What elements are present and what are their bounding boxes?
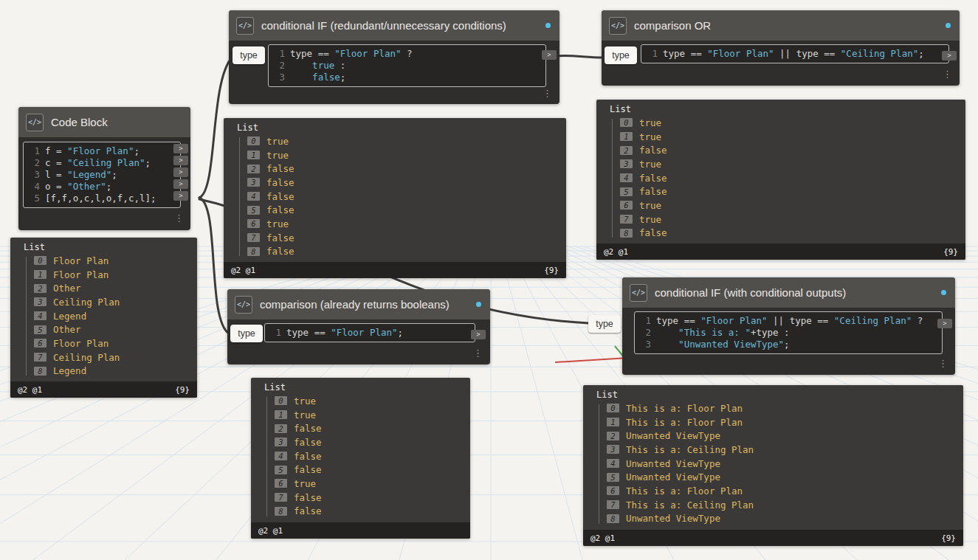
list-item: 8Unwanted ViewType: [607, 512, 960, 526]
node-context-menu-icon[interactable]: ⋮: [473, 348, 483, 359]
code-token: +type :: [751, 327, 790, 339]
line-number: 2: [28, 157, 40, 169]
output-port[interactable]: >: [173, 191, 188, 201]
list-item: 2false: [275, 421, 467, 435]
list-item-value: false: [294, 437, 322, 448]
output-port[interactable]: >: [937, 319, 952, 328]
preview-list-comparison[interactable]: List 0true1true2false3false4false5false6…: [251, 378, 470, 539]
node-context-menu-icon[interactable]: ⋮: [943, 69, 952, 80]
list-item-index: 1: [275, 410, 287, 419]
list-item-value: true: [266, 218, 289, 229]
code-token: "Legend": [67, 169, 111, 181]
preview-state-dot: [946, 23, 951, 28]
list-item: 3Ceiling Plan: [34, 295, 194, 309]
list-item-value: Unwanted ViewType: [626, 513, 720, 524]
code-editor[interactable]: 1type == "Floor Plan" || type == "Ceilin…: [641, 44, 949, 63]
list-item-value: true: [639, 131, 661, 142]
node-title: conditional IF (with conditional outputs…: [655, 286, 846, 299]
list-item: 6true: [275, 477, 467, 491]
preview-list-code-block[interactable]: List 0Floor Plan1Floor Plan2Other3Ceilin…: [10, 238, 197, 398]
node-comparison-booleans[interactable]: </> comparison (already returns booleans…: [227, 289, 490, 364]
code-token: [f,f,o,c,l,o,f,c,l];: [45, 193, 156, 204]
code-token: type ==: [663, 48, 707, 60]
node-context-menu-icon[interactable]: ⋮: [174, 212, 184, 224]
output-port[interactable]: >: [542, 50, 557, 60]
list-item-value: Ceiling Plan: [53, 297, 120, 308]
output-port[interactable]: >: [942, 51, 957, 61]
node-context-menu-icon[interactable]: ⋮: [543, 88, 552, 99]
code-editor[interactable]: 1type == "Floor Plan" || type == "Ceilin…: [634, 311, 943, 354]
list-item-index: 4: [275, 452, 287, 460]
input-port-type[interactable]: type: [588, 315, 621, 333]
code-token: [290, 72, 312, 83]
node-header[interactable]: </> comparison OR: [602, 10, 960, 41]
list-item-index: 5: [34, 325, 47, 334]
code-token: l =: [45, 169, 67, 181]
line-number: 1: [273, 48, 285, 60]
preview-type-label: List: [24, 242, 45, 252]
list-item: 0This is a: Floor Plan: [607, 401, 960, 415]
list-item-index: 7: [34, 353, 47, 362]
list-item: 3This is a: Ceiling Plan: [607, 443, 960, 457]
code-token: type ==: [286, 327, 331, 339]
node-conditional-if-outputs[interactable]: </> conditional IF (with conditional out…: [622, 277, 955, 375]
code-editor[interactable]: 1type == "Floor Plan" ?2 true :3 false;: [268, 44, 546, 87]
list-item: 1true: [247, 148, 563, 162]
preview-count: {9}: [175, 385, 190, 395]
node-header[interactable]: </> Code Block: [18, 107, 190, 137]
list-item-index: 8: [247, 247, 260, 256]
preview-levels: @2 @1: [258, 526, 283, 536]
node-header[interactable]: </> conditional IF (with conditional out…: [622, 277, 955, 308]
list-item-value: false: [266, 204, 295, 215]
input-port-type[interactable]: type: [233, 46, 265, 64]
preview-list-comparison-or[interactable]: List 0true1true2false3true4false5false6t…: [596, 100, 965, 260]
list-item-index: 2: [607, 432, 619, 440]
wire-to-comparison-or[interactable]: [555, 55, 602, 58]
preview-levels: @2 @1: [231, 266, 255, 275]
preview-levels: @2 @1: [590, 533, 615, 543]
list-item: 4Legend: [34, 309, 194, 323]
list-item: 3false: [247, 176, 563, 190]
list-item-value: This is a: Ceiling Plan: [626, 499, 754, 511]
list-item-index: 4: [34, 311, 47, 320]
list-item: 4Unwanted ViewType: [607, 457, 960, 471]
list-item-index: 0: [607, 404, 619, 412]
node-comparison-or[interactable]: </> comparison OR type 1type == "Floor P…: [602, 10, 960, 86]
preview-list-conditional-if[interactable]: List 0true1true2false3false4false5false6…: [224, 118, 566, 278]
output-port[interactable]: >: [471, 330, 486, 339]
preview-count: {9}: [943, 247, 958, 257]
input-port-type[interactable]: type: [605, 46, 637, 64]
output-port[interactable]: >: [173, 167, 188, 177]
node-header[interactable]: </> comparison (already returns booleans…: [227, 289, 490, 319]
code-editor[interactable]: 1type == "Floor Plan";: [264, 323, 475, 342]
node-conditional-if-redundant[interactable]: </> conditional IF (redundant/unnecessar…: [229, 10, 559, 104]
code-block-icon: </>: [630, 284, 647, 302]
code-editor[interactable]: 1f = "Floor Plan";2c = "Ceiling Plan";3l…: [23, 142, 181, 208]
line-number: 2: [273, 60, 285, 72]
output-ports: >: [542, 50, 557, 60]
list-item-index: 1: [247, 151, 260, 159]
node-header[interactable]: </> conditional IF (redundant/unnecessar…: [229, 10, 559, 41]
list-item-index: 6: [607, 486, 619, 495]
code-token: ;: [340, 72, 346, 83]
output-port[interactable]: >: [173, 156, 188, 165]
code-line: 1f = "Floor Plan";: [28, 145, 176, 157]
preview-type-label: List: [264, 382, 286, 393]
list-item: 8false: [275, 505, 467, 519]
preview-list-conditional-outputs[interactable]: List 0This is a: Floor Plan1This is a: F…: [583, 385, 963, 546]
list-item-value: Floor Plan: [53, 255, 109, 266]
node-context-menu-icon[interactable]: ⋮: [938, 358, 948, 369]
list-item: 7true: [620, 212, 962, 227]
output-port[interactable]: >: [173, 179, 188, 189]
list-item-index: 6: [620, 201, 633, 210]
tree-indent-line: [266, 397, 267, 516]
list-item-index: 6: [275, 479, 287, 488]
code-token: ;: [111, 169, 117, 181]
node-code-block[interactable]: </> Code Block 1f = "Floor Plan";2c = "C…: [18, 107, 190, 230]
input-port-type[interactable]: type: [230, 325, 263, 342]
output-port[interactable]: >: [173, 144, 188, 153]
line-number: 4: [28, 181, 40, 193]
line-number: 1: [28, 145, 40, 157]
code-line: 3 "Unwanted ViewType";: [639, 339, 937, 350]
code-block-icon: </>: [609, 17, 627, 35]
